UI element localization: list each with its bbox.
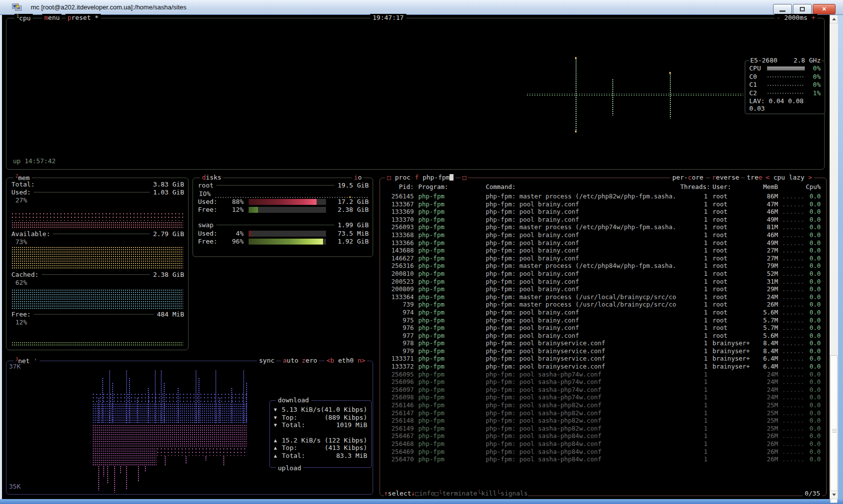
- io-toggle[interactable]: io: [352, 174, 364, 181]
- col-command[interactable]: Command:: [486, 183, 680, 191]
- process-user: [713, 378, 760, 386]
- process-row[interactable]: 256095 php-fpm php-fpm: pool sasha-php74…: [384, 371, 824, 378]
- close-button[interactable]: ✕: [813, 4, 836, 14]
- process-user: root: [713, 231, 760, 239]
- process-program: php-fpm: [418, 432, 481, 440]
- process-row[interactable]: 974 php-fpm php-fpm: pool brainy.conf 1 …: [384, 309, 824, 316]
- process-row[interactable]: 146627 php-fpm php-fpm: pool brainy.conf…: [384, 254, 824, 262]
- proc-marker: □: [385, 174, 393, 181]
- col-pid[interactable]: Pid:: [384, 183, 414, 191]
- process-row[interactable]: 256146 php-fpm php-fpm: pool sasha-php82…: [384, 401, 824, 409]
- process-row[interactable]: 256098 php-fpm php-fpm: pool sasha-php74…: [384, 393, 824, 401]
- process-row[interactable]: 256096 php-fpm php-fpm: pool sasha-php74…: [384, 378, 824, 386]
- sync-toggle[interactable]: sync: [257, 357, 276, 364]
- col-program[interactable]: Program:: [418, 183, 481, 191]
- process-row[interactable]: 977 php-fpm php-fpm: pool brainy.conf 1 …: [384, 332, 824, 340]
- process-row[interactable]: 256148 php-fpm php-fpm: pool sasha-php82…: [384, 417, 824, 425]
- process-row[interactable]: 133370 php-fpm php-fpm: pool brainy.conf…: [384, 216, 824, 224]
- per-core-toggle[interactable]: per-core: [670, 174, 706, 181]
- col-threads[interactable]: Threads:: [680, 183, 708, 191]
- process-mem: 24M: [760, 378, 778, 386]
- process-row[interactable]: 133372 php-fpm php-fpm: pool brainyservi…: [384, 363, 824, 371]
- process-row[interactable]: 978 php-fpm php-fpm: pool brainyservice.…: [384, 339, 824, 347]
- process-row[interactable]: 256145 php-fpm php-fpm: master process (…: [384, 192, 824, 200]
- process-row[interactable]: 200523 php-fpm php-fpm: pool brainy.conf…: [384, 278, 824, 286]
- process-row[interactable]: 200810 php-fpm php-fpm: pool brainy.conf…: [384, 270, 824, 278]
- process-row[interactable]: 256467 php-fpm php-fpm: pool sasha-php84…: [384, 432, 824, 440]
- process-row[interactable]: 133366 php-fpm php-fpm: pool brainy.conf…: [384, 239, 824, 247]
- process-history-dots: .......: [782, 378, 804, 386]
- close-icon: ✕: [822, 6, 826, 12]
- terminate-action[interactable]: terminate: [442, 490, 477, 497]
- select-action[interactable]: select: [388, 490, 411, 497]
- mem-used-graph: [11, 213, 183, 221]
- zero-toggle[interactable]: zero: [300, 357, 319, 364]
- select-down-icon[interactable]: ↓: [411, 490, 415, 497]
- process-row[interactable]: 256149 php-fpm php-fpm: pool sasha-php82…: [384, 425, 824, 433]
- minimize-button[interactable]: [773, 4, 792, 14]
- process-row[interactable]: 133364 php-fpm php-fpm: master process (…: [384, 293, 824, 301]
- process-row[interactable]: 143688 php-fpm php-fpm: pool brainy.conf…: [384, 247, 824, 254]
- process-row[interactable]: 133371 php-fpm php-fpm: pool brainyservi…: [384, 355, 824, 363]
- title-bar[interactable]: mc [root@a202.itdeveloper.com.ua]:/home/…: [0, 0, 843, 15]
- process-command: php-fpm: master process (/etc/php74w/php…: [486, 223, 680, 231]
- process-pid: 256093: [384, 223, 414, 231]
- network-panel: 3net ' sync auto zero <b eth0 n> 37K 35K: [6, 361, 373, 495]
- process-row[interactable]: 200809 php-fpm php-fpm: pool brainy.conf…: [384, 285, 824, 293]
- process-panel-tab[interactable]: proc: [393, 174, 412, 181]
- process-row[interactable]: 256097 php-fpm php-fpm: pool sasha-php74…: [384, 386, 824, 394]
- process-row[interactable]: 979 php-fpm php-fpm: pool brainyservice.…: [384, 347, 824, 355]
- scroll-down-button[interactable]: [830, 491, 838, 499]
- signals-action[interactable]: signals: [501, 490, 528, 497]
- kill-action[interactable]: kill: [481, 490, 497, 497]
- proc-marker-2: □: [460, 174, 468, 181]
- process-user: [713, 409, 760, 417]
- process-row[interactable]: 256469 php-fpm php-fpm: pool sasha-php84…: [384, 448, 824, 456]
- process-history-dots: .......: [782, 393, 804, 401]
- process-threads: 1: [680, 231, 708, 239]
- interval-plus-button: +: [811, 14, 815, 21]
- col-cpu[interactable]: Cpu%: [804, 183, 821, 191]
- tree-toggle[interactable]: tree: [745, 174, 764, 181]
- process-row[interactable]: 256093 php-fpm php-fpm: master process (…: [384, 223, 824, 231]
- scroll-up-button[interactable]: [830, 15, 838, 23]
- process-user: root: [713, 262, 760, 270]
- process-row[interactable]: 975 php-fpm php-fpm: pool brainy.conf 1 …: [384, 316, 824, 324]
- process-row[interactable]: 133369 php-fpm php-fpm: pool brainy.conf…: [384, 208, 824, 216]
- process-row[interactable]: 739 php-fpm php-fpm: master process (/us…: [384, 301, 824, 309]
- sort-column-selector[interactable]: < cpu lazy >: [764, 174, 814, 181]
- info-action[interactable]: info: [419, 490, 434, 497]
- process-user: [713, 455, 760, 463]
- preset-button[interactable]: preset *: [65, 14, 101, 21]
- process-program: php-fpm: [418, 278, 481, 286]
- process-row[interactable]: 256147 php-fpm php-fpm: pool sasha-php82…: [384, 409, 824, 417]
- select-up-icon[interactable]: ↑: [384, 490, 388, 497]
- terminal-scrollbar[interactable]: [830, 15, 838, 499]
- interface-selector[interactable]: <b eth0 n>: [324, 357, 367, 364]
- menu-button[interactable]: menu: [42, 14, 62, 21]
- process-pid: 979: [384, 347, 414, 355]
- process-filter-input[interactable]: f php-fpm: [413, 174, 455, 181]
- swap-free-row: Free: 96% 1.92 GiB: [198, 238, 369, 245]
- scrollbar-thumb[interactable]: [830, 355, 838, 503]
- col-user[interactable]: User:: [713, 183, 760, 191]
- cpu-panel-tab[interactable]: 1cpu: [14, 14, 33, 22]
- process-row[interactable]: 256470 php-fpm php-fpm: pool sasha-php84…: [384, 455, 824, 463]
- process-mem: 26M: [760, 432, 778, 440]
- process-row[interactable]: 256316 php-fpm php-fpm: master process (…: [384, 262, 824, 270]
- process-row[interactable]: 133368 php-fpm php-fpm: pool brainy.conf…: [384, 231, 824, 239]
- refresh-interval-control[interactable]: - 2000ms +: [775, 14, 817, 21]
- process-row[interactable]: 133367 php-fpm php-fpm: pool brainy.conf…: [384, 200, 824, 208]
- auto-toggle[interactable]: auto: [281, 357, 300, 364]
- col-mem[interactable]: MemB: [760, 183, 778, 191]
- reverse-toggle[interactable]: reverse: [710, 174, 741, 181]
- process-row[interactable]: 256468 php-fpm php-fpm: pool sasha-php84…: [384, 440, 824, 448]
- maximize-button[interactable]: [793, 4, 812, 14]
- disks-panel-tab[interactable]: disks: [200, 174, 223, 181]
- process-user: root: [713, 223, 760, 231]
- window-frame-bottom: [0, 499, 843, 504]
- process-row[interactable]: 976 php-fpm php-fpm: pool brainy.conf 1 …: [384, 324, 824, 332]
- mem-cached-row: Cached:2.38 GiB: [6, 270, 188, 278]
- process-user: brainyser+: [713, 355, 760, 363]
- process-program: php-fpm: [418, 223, 481, 231]
